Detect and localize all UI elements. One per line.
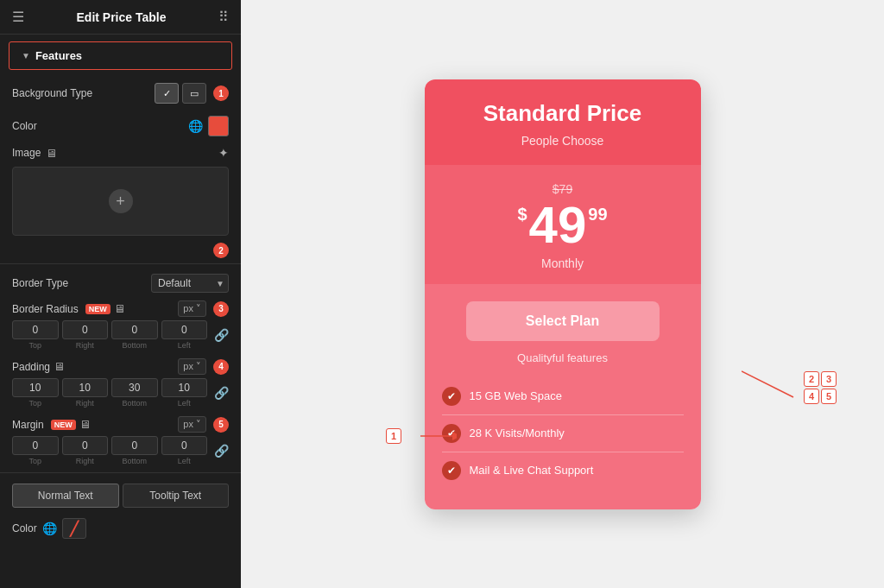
price-main: $ 49 99 — [442, 199, 684, 251]
divider-1 — [0, 263, 241, 264]
background-type-label: Background Type — [12, 87, 92, 99]
card-price-section: $79 $ 49 99 Monthly — [425, 165, 701, 284]
color-label: Color — [12, 120, 37, 132]
padding-top[interactable] — [12, 378, 59, 397]
card-subtitle: People Choose — [442, 134, 684, 148]
add-image-icon: + — [109, 189, 133, 213]
sidebar: ☰ Edit Price Table ⠿ ▼ Features Backgrou… — [0, 0, 241, 588]
padding-bottom[interactable] — [111, 378, 158, 397]
margin-right-wrap: Right — [62, 436, 109, 465]
step-badge-3: 3 — [213, 301, 229, 317]
price-period: Monthly — [442, 256, 684, 270]
check-icon-1: ✔ — [442, 387, 461, 406]
border-radius-top[interactable] — [12, 320, 59, 339]
select-plan-button[interactable]: Select Plan — [466, 301, 660, 341]
margin-new-badge: NEW — [51, 420, 76, 430]
color-row: Color 🌐 — [0, 110, 241, 142]
margin-link-icon[interactable]: 🔗 — [214, 444, 229, 458]
border-radius-right-wrap: Right — [62, 320, 109, 350]
price-dollar-sign: $ — [517, 205, 527, 224]
step-badge-1: 1 — [213, 85, 229, 101]
padding-bottom-wrap: Bottom — [111, 378, 158, 408]
color-bottom-label: Color — [12, 522, 37, 534]
step-badge-2: 2 — [213, 243, 229, 258]
main-canvas: Standard Price People Choose $79 $ 49 99… — [241, 0, 884, 588]
price-old: $79 — [442, 182, 684, 196]
features-label-text: Features — [35, 49, 82, 62]
price-card: Standard Price People Choose $79 $ 49 99… — [425, 79, 701, 509]
annotation-badge-5: 5 — [821, 389, 837, 404]
border-radius-new-badge: NEW — [85, 304, 110, 314]
svg-line-2 — [742, 371, 793, 397]
color-slash-btn[interactable]: ╱ — [62, 518, 86, 539]
bg-type-solid-btn[interactable]: ✓ — [155, 83, 179, 104]
border-radius-bottom[interactable] — [111, 320, 158, 339]
margin-bottom-label: Bottom — [122, 457, 147, 465]
annotation-badge-3: 3 — [821, 371, 837, 387]
divider-2 — [0, 472, 241, 473]
normal-text-btn[interactable]: Normal Text — [12, 484, 119, 508]
feature-text-1: 15 GB Web Space — [470, 389, 562, 402]
border-radius-monitor-icon: 🖥 — [114, 302, 125, 315]
padding-top-label: Top — [28, 399, 41, 408]
slash-icon: ╱ — [70, 521, 79, 537]
border-radius-unit[interactable]: px ˅ — [178, 300, 206, 317]
image-upload-area[interactable]: + — [12, 167, 229, 236]
grid-icon[interactable]: ⠿ — [218, 9, 229, 25]
bg-type-gradient-btn[interactable]: ▭ — [182, 83, 206, 104]
step-badge-4: 4 — [213, 359, 229, 375]
svg-marker-1 — [452, 432, 457, 440]
border-type-select-wrapper: Default Solid Dashed ▼ — [151, 274, 229, 293]
border-radius-left-label: Left — [178, 341, 191, 350]
padding-unit[interactable]: px ˅ — [178, 358, 206, 375]
border-radius-bottom-label: Bottom — [122, 341, 147, 350]
border-radius-left[interactable] — [161, 320, 208, 339]
padding-label: Padding — [12, 361, 50, 373]
margin-top[interactable] — [12, 436, 59, 455]
margin-unit[interactable]: px ˅ — [178, 416, 206, 433]
margin-left-wrap: Left — [161, 436, 208, 465]
sidebar-header: ☰ Edit Price Table ⠿ — [0, 0, 241, 35]
margin-left[interactable] — [161, 436, 208, 455]
feature-item-2: ✔ 28 K Visits/Monthly — [442, 415, 684, 452]
color-swatch[interactable] — [208, 116, 229, 136]
price-cents: 99 — [588, 205, 607, 224]
padding-right[interactable] — [62, 378, 109, 397]
globe-icon[interactable]: 🌐 — [188, 119, 203, 133]
color-bottom-globe-icon[interactable]: 🌐 — [42, 522, 57, 535]
margin-bottom[interactable] — [111, 436, 158, 455]
padding-left-label: Left — [178, 399, 191, 408]
features-subtitle: Qualityful features — [442, 351, 684, 364]
features-arrow-icon: ▼ — [22, 51, 30, 60]
sparkle-icon[interactable]: ✦ — [218, 146, 229, 160]
feature-item-1: ✔ 15 GB Web Space — [442, 378, 684, 415]
border-radius-row: Border Radius NEW 🖥 px ˅ 3 — [0, 299, 241, 319]
features-section-toggle[interactable]: ▼ Features — [9, 41, 232, 70]
border-radius-bottom-wrap: Bottom — [111, 320, 158, 350]
border-radius-right[interactable] — [62, 320, 109, 339]
margin-top-label: Top — [28, 457, 41, 465]
margin-right-label: Right — [76, 457, 94, 465]
border-type-select[interactable]: Default Solid Dashed — [151, 274, 229, 293]
border-radius-right-label: Right — [76, 341, 94, 350]
annotation-arrow-1 — [405, 423, 457, 449]
annotation-right-container: 2 3 4 5 — [804, 371, 837, 404]
border-radius-link-icon[interactable]: 🔗 — [214, 328, 229, 342]
feature-text-3: Mail & Live Chat Support — [470, 464, 594, 477]
card-header: Standard Price People Choose — [425, 79, 701, 165]
menu-icon[interactable]: ☰ — [12, 9, 24, 25]
padding-left[interactable] — [161, 378, 208, 397]
feature-text-2: 28 K Visits/Monthly — [470, 427, 565, 439]
padding-inputs: Top Right Bottom Left 🔗 — [0, 376, 241, 408]
margin-top-wrap: Top — [12, 436, 59, 465]
padding-right-wrap: Right — [62, 378, 109, 408]
annotation-badge-1: 1 — [386, 428, 401, 444]
tooltip-text-btn[interactable]: Tooltip Text — [123, 484, 230, 508]
padding-row: Padding 🖥 px ˅ 4 — [0, 357, 241, 376]
card-features-section: Select Plan Qualityful features ✔ 15 GB … — [425, 284, 701, 509]
bg-type-buttons: ✓ ▭ — [155, 83, 206, 104]
border-radius-left-wrap: Left — [161, 320, 208, 350]
margin-right[interactable] — [62, 436, 109, 455]
background-type-row: Background Type ✓ ▭ 1 — [0, 77, 241, 110]
padding-link-icon[interactable]: 🔗 — [214, 386, 229, 400]
